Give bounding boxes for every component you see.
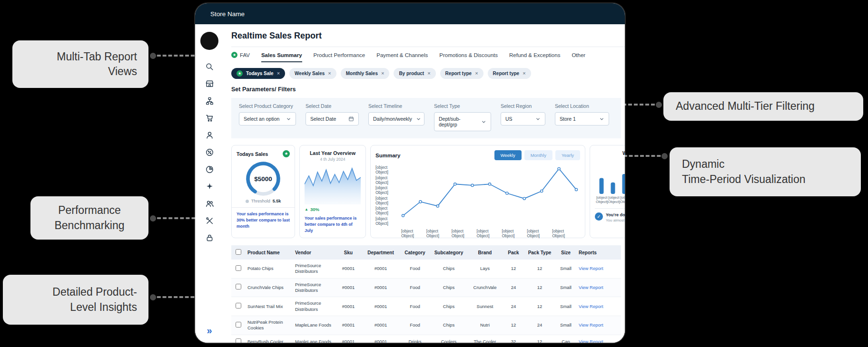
y-axis-tick: [object Object]: [375, 165, 397, 174]
departments-icon[interactable]: [205, 96, 214, 106]
security-lock-icon[interactable]: [205, 233, 214, 242]
report-tab[interactable]: Promotions & Discounts: [439, 52, 498, 62]
chip-close-icon[interactable]: ×: [328, 71, 331, 76]
chip-label: By product: [399, 71, 424, 76]
callout-line: Time-Period Visualization: [682, 172, 806, 187]
chip-label: Report type: [493, 71, 520, 76]
discounts-icon[interactable]: [205, 148, 214, 157]
bar-label: [object Object]: [596, 195, 608, 204]
table-row[interactable]: CrunchVale Chips PrimeSource Distributor…: [231, 278, 621, 297]
cart-icon[interactable]: [205, 114, 214, 123]
filter-select[interactable]: US: [501, 112, 545, 125]
cell-category: Drinks: [400, 335, 430, 343]
cell-checkbox: [231, 316, 246, 335]
connector-dot: [150, 53, 156, 59]
callout-line: Detailed Product-: [52, 285, 137, 299]
x-axis-tick: [object Object]: [401, 229, 426, 238]
chip-close-icon[interactable]: ×: [277, 71, 280, 76]
table-row[interactable]: Potato Chips PrimeSource Distributors #0…: [231, 260, 621, 278]
chip-close-icon[interactable]: ×: [427, 71, 430, 76]
table-row[interactable]: SunNest Trail Mix PrimeSource Distributo…: [231, 297, 621, 316]
filter-select[interactable]: Store 1: [555, 112, 609, 125]
connector-dot: [656, 102, 662, 108]
column-header: Sku: [335, 245, 362, 260]
report-tab[interactable]: Refund & Exceptions: [509, 52, 560, 62]
report-tab[interactable]: Product Performance: [314, 52, 365, 62]
callout-line: Benchmarking: [54, 218, 124, 233]
row-checkbox[interactable]: [236, 303, 241, 308]
column-header: Brand: [467, 245, 503, 260]
search-icon[interactable]: [205, 62, 214, 71]
filter-chip[interactable]: Weekly Sales ×: [289, 68, 336, 79]
todays-sales-card: Todays Sales ★ $5000 Thresh: [231, 145, 295, 238]
insights-sparkle-icon[interactable]: [205, 182, 214, 191]
filter-chip[interactable]: Monthly Sales ×: [341, 68, 390, 79]
analytics-pie-icon[interactable]: [205, 165, 214, 174]
report-tab[interactable]: ★ FAV: [231, 52, 250, 62]
table-row[interactable]: BerryRush Cooler MapleLane Foods #0001 #…: [231, 335, 621, 343]
view-report-link[interactable]: View Report: [579, 304, 603, 309]
filter-select[interactable]: Select Date: [306, 112, 359, 125]
cell-subcategory: Chips: [430, 278, 467, 297]
view-report-link[interactable]: View Report: [579, 285, 603, 290]
filter-chip[interactable]: Report type ×: [488, 68, 531, 79]
summary-line-chart: [object Object] [object Object] [object …: [375, 165, 580, 226]
threshold-dot: [246, 200, 249, 203]
time-range-toggle[interactable]: Weekly: [494, 150, 522, 160]
tab-label: Product Performance: [314, 52, 365, 58]
star-icon: ★: [283, 150, 290, 157]
filter-select[interactable]: Dept/sub-dept/grp: [434, 112, 491, 131]
cell-product-name: SunNest Trail Mix: [246, 297, 293, 316]
star-icon: ★: [237, 70, 243, 77]
row-checkbox[interactable]: [236, 265, 241, 271]
customers-icon[interactable]: [205, 131, 214, 140]
filter-group: Select Region US: [501, 103, 545, 131]
row-checkbox[interactable]: [236, 338, 241, 343]
view-report-link[interactable]: View Report: [579, 339, 603, 343]
report-tab[interactable]: Payment & Channels: [376, 52, 428, 62]
filter-label: Select Region: [501, 103, 545, 109]
delta-value: 30%: [310, 207, 319, 212]
view-report-link[interactable]: View Report: [579, 322, 603, 328]
bar-label: [object Object]: [620, 195, 625, 204]
card-title: Summary: [375, 153, 400, 158]
tab-bar: ★ FAV Sales Summary Product Performance: [231, 47, 625, 62]
callout-multi-tab-report-views: Multi-Tab Report Views: [12, 40, 148, 88]
filter-chip[interactable]: Report type ×: [440, 68, 483, 79]
filter-chip[interactable]: By product ×: [394, 68, 435, 79]
report-tab[interactable]: Other: [572, 52, 585, 62]
cell-subcategory: Chips: [430, 297, 467, 316]
cell-pack-type: 12: [524, 297, 555, 316]
chip-label: Report type: [445, 71, 472, 76]
weekly-bar-chart: [596, 165, 625, 194]
chip-close-icon[interactable]: ×: [523, 71, 525, 76]
column-header: Pack Type: [524, 245, 555, 260]
chip-close-icon[interactable]: ×: [475, 71, 478, 76]
column-header: Reports: [577, 245, 621, 260]
benchmark-note: Your sales performance is 30% better com…: [237, 211, 290, 229]
time-range-toggle[interactable]: Yearly: [555, 150, 580, 160]
filter-select[interactable]: Daily/mon/weekly: [368, 112, 424, 125]
avatar[interactable]: [200, 32, 218, 50]
header-checkbox-cell: [231, 245, 246, 260]
cell-size: Small: [555, 278, 577, 297]
tab-label: Promotions & Discounts: [439, 52, 498, 58]
report-tab[interactable]: Sales Summary: [261, 52, 302, 62]
filter-select[interactable]: Select an option: [239, 112, 296, 125]
sidebar-collapse-icon[interactable]: »: [207, 325, 212, 336]
teams-icon[interactable]: [205, 199, 214, 208]
select-all-checkbox[interactable]: [236, 249, 241, 255]
row-checkbox[interactable]: [236, 322, 241, 328]
cell-pack: 24: [503, 297, 524, 316]
view-report-link[interactable]: View Report: [579, 266, 603, 271]
table-row[interactable]: NutriPeak Protein Cookies MapleLane Food…: [231, 316, 621, 335]
store-icon[interactable]: [205, 79, 214, 88]
filter-chip[interactable]: ★ Todays Sale ×: [231, 68, 285, 79]
column-header: Department: [362, 245, 400, 260]
chip-close-icon[interactable]: ×: [381, 71, 384, 76]
y-axis-tick: [object Object]: [375, 206, 397, 215]
row-checkbox[interactable]: [236, 284, 241, 289]
tools-icon[interactable]: [205, 216, 214, 225]
time-range-toggle[interactable]: Monthly: [524, 150, 552, 160]
callout-line: Performance: [58, 203, 121, 218]
